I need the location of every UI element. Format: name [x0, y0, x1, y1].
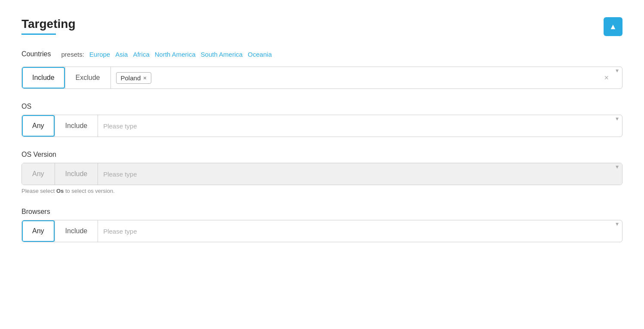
preset-oceania[interactable]: Oceania [248, 51, 272, 58]
os-version-any-button[interactable]: Any [22, 163, 55, 185]
browsers-include-button[interactable]: Include [55, 220, 98, 242]
browsers-dropdown-arrow[interactable]: ▾ [612, 220, 622, 242]
countries-exclude-button[interactable]: Exclude [65, 67, 110, 88]
page-title: Targeting [21, 17, 623, 31]
countries-label: Countries [21, 50, 51, 58]
os-section: OS Any Include Please type ▾ [21, 103, 623, 137]
os-version-input-area: Please type [98, 163, 612, 185]
os-version-field-row: Any Include Please type ▾ [21, 163, 623, 185]
countries-field-row: Include Exclude Poland × × ▾ [21, 67, 623, 89]
os-include-button[interactable]: Include [55, 115, 98, 137]
os-dropdown-arrow[interactable]: ▾ [612, 115, 622, 137]
countries-dropdown-arrow[interactable]: ▾ [612, 67, 622, 88]
countries-section: Countries presets: Europe Asia Africa No… [21, 50, 623, 89]
countries-tag-poland: Poland × [116, 72, 151, 84]
countries-input-area[interactable]: Poland × [111, 67, 601, 88]
os-label: OS [21, 103, 623, 110]
presets-row: presets: Europe Asia Africa North Americ… [61, 51, 272, 58]
countries-clear-button[interactable]: × [601, 67, 612, 88]
os-version-placeholder: Please type [103, 171, 137, 178]
countries-tag-poland-remove[interactable]: × [143, 75, 147, 81]
preset-north-america[interactable]: North America [155, 51, 196, 58]
upload-button[interactable]: ▲ [604, 17, 623, 36]
browsers-placeholder: Please type [103, 228, 137, 235]
os-version-include-button[interactable]: Include [55, 163, 98, 185]
os-version-label: OS Version [21, 151, 623, 158]
browsers-any-button[interactable]: Any [22, 220, 55, 242]
browsers-section: Browsers Any Include Please type ▾ [21, 208, 623, 242]
browsers-label: Browsers [21, 208, 623, 216]
countries-tag-poland-text: Poland [121, 74, 141, 82]
presets-label: presets: [61, 51, 84, 58]
browsers-field-row: Any Include Please type ▾ [21, 220, 623, 242]
preset-africa[interactable]: Africa [133, 51, 149, 58]
countries-include-button[interactable]: Include [22, 67, 65, 88]
upload-icon: ▲ [609, 22, 617, 31]
preset-europe[interactable]: Europe [89, 51, 110, 58]
os-version-section: OS Version Any Include Please type ▾ Ple… [21, 151, 623, 194]
os-placeholder: Please type [103, 122, 137, 130]
preset-south-america[interactable]: South America [201, 51, 243, 58]
os-field-row: Any Include Please type ▾ [21, 115, 623, 137]
os-version-helper: Please select Os to select os version. [21, 188, 623, 194]
os-version-helper-prefix: Please select [21, 188, 56, 194]
os-input-area[interactable]: Please type [98, 115, 612, 137]
os-any-button[interactable]: Any [22, 115, 55, 137]
os-version-helper-bold: Os [56, 188, 64, 194]
preset-asia[interactable]: Asia [115, 51, 128, 58]
browsers-input-area[interactable]: Please type [98, 220, 612, 242]
os-version-dropdown-arrow: ▾ [612, 163, 622, 185]
title-underline [21, 34, 56, 35]
countries-top-row: Countries presets: Europe Asia Africa No… [21, 50, 623, 62]
os-version-helper-suffix: to select os version. [64, 188, 115, 194]
page-container: Targeting ▲ Countries presets: Europe As… [0, 0, 644, 329]
